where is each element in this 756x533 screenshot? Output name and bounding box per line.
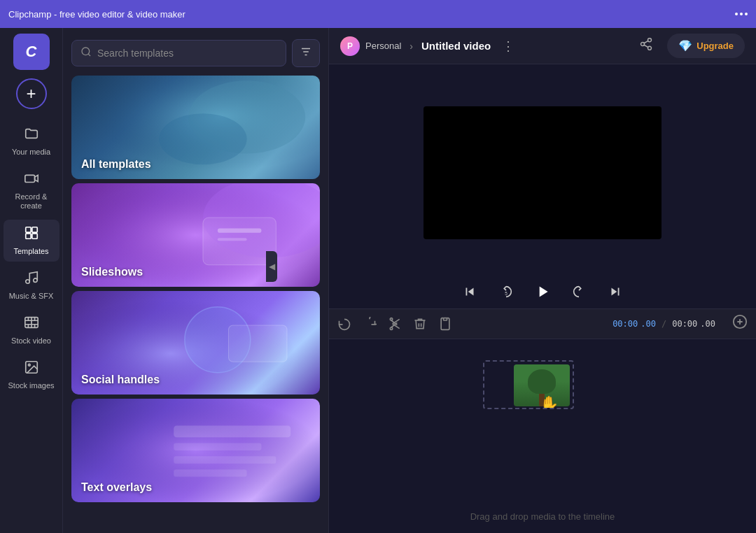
logo: C (13, 34, 50, 70)
tree-crown (528, 369, 556, 394)
template-list: All templates (63, 76, 328, 533)
search-input[interactable] (97, 48, 277, 59)
image-icon (24, 360, 39, 378)
svg-rect-0 (24, 176, 34, 183)
svg-rect-16 (203, 218, 276, 265)
svg-rect-18 (218, 238, 247, 241)
svg-rect-26 (174, 469, 246, 476)
template-card-all-templates[interactable]: All templates (71, 76, 320, 179)
template-card-label: All templates (81, 158, 151, 171)
delete-button[interactable] (413, 317, 427, 331)
svg-point-31 (390, 327, 392, 329)
svg-rect-4 (31, 233, 36, 238)
forward-button[interactable] (568, 280, 590, 303)
sidebar-item-label: Stock images (8, 381, 54, 390)
sidebar-item-label: Templates (13, 247, 48, 256)
upgrade-label: Upgrade (696, 41, 734, 51)
svg-rect-25 (174, 456, 276, 463)
timecode-display: 00:00 .00 / 00:00 .00 (612, 319, 715, 329)
playback-controls: 5 (329, 275, 756, 308)
clipboard-button[interactable] (438, 317, 452, 331)
search-icon (80, 46, 92, 60)
svg-rect-24 (174, 443, 261, 450)
sidebar-item-label: Stock video (11, 336, 51, 346)
search-box (71, 40, 286, 66)
total-ms: .00 (700, 319, 715, 329)
svg-rect-23 (174, 426, 290, 438)
drop-hint: Drag and drop media to the timeline (470, 511, 615, 522)
template-card-text-overlays[interactable]: Text overlays (71, 399, 320, 502)
cut-button[interactable] (388, 317, 402, 331)
current-ms: .00 (640, 319, 656, 329)
svg-point-10 (82, 48, 90, 55)
play-button[interactable] (531, 280, 554, 303)
rewind-button[interactable]: 5 (495, 280, 517, 303)
editor-header: P Personal › Untitled video ⋮ 💎 Upgrade (329, 28, 756, 64)
svg-point-27 (648, 38, 652, 42)
sidebar-item-your-media[interactable]: Your media (4, 120, 59, 162)
template-card-label: Slideshows (81, 266, 143, 278)
template-card-slideshows[interactable]: Slideshows (71, 183, 320, 287)
search-area (63, 28, 328, 76)
sidebar-item-record-create[interactable]: Record & create (4, 165, 59, 216)
timeline-area: ✋ Drag and drop media to the timeline (329, 339, 756, 533)
current-time: 00:00 (612, 319, 638, 329)
undo-button[interactable] (337, 317, 351, 331)
skip-back-button[interactable] (458, 280, 481, 303)
svg-point-32 (390, 318, 392, 320)
topbar: Clipchamp - free video editor & video ma… (0, 0, 756, 28)
app-title: Clipchamp - free video editor & video ma… (8, 9, 186, 20)
svg-point-9 (28, 364, 30, 367)
svg-rect-3 (25, 233, 30, 238)
template-card-social-handles[interactable]: Social handles (71, 291, 320, 395)
title-menu-button[interactable]: ⋮ (502, 38, 514, 54)
timeline-toolbar: 00:00 .00 / 00:00 .00 (329, 308, 756, 339)
sidebar-item-stock-images[interactable]: Stock images (4, 354, 59, 396)
main-layout: C + Your media Record & create Templates (0, 28, 756, 533)
skip-forward-button[interactable] (604, 280, 626, 303)
sidebar-item-label: Record & create (6, 192, 57, 211)
share-button[interactable] (639, 37, 653, 55)
svg-rect-21 (228, 325, 287, 362)
folder-icon (24, 126, 39, 145)
redo-button[interactable] (363, 317, 377, 331)
sidebar-item-templates[interactable]: Templates (4, 220, 59, 262)
editor-area: P Personal › Untitled video ⋮ 💎 Upgrade (329, 28, 756, 533)
avatar: P (340, 36, 360, 56)
add-track-button[interactable] (732, 314, 748, 334)
filter-button[interactable] (292, 39, 320, 67)
svg-point-5 (25, 280, 29, 284)
sidebar-item-label: Your media (12, 148, 50, 157)
sidebar-item-music-sfx[interactable]: Music & SFX (4, 264, 59, 306)
sidebar-item-label: Music & SFX (9, 292, 54, 301)
time-separator: / (662, 319, 666, 329)
music-icon (24, 270, 39, 289)
templates-panel: All templates (63, 28, 329, 533)
timeline-clip[interactable]: ✋ (483, 360, 574, 409)
video-title[interactable]: Untitled video (421, 40, 491, 52)
templates-icon (24, 225, 39, 244)
template-card-label: Social handles (81, 374, 160, 386)
collapse-icon: ◀ (269, 262, 275, 271)
sidebar: C + Your media Record & create Templates (0, 28, 63, 533)
drag-cursor-icon: ✋ (540, 395, 559, 409)
clip-container: ✋ (483, 360, 574, 409)
more-menu-button[interactable] (735, 13, 748, 15)
add-icon: + (26, 85, 36, 102)
template-card-label: Text overlays (81, 481, 152, 494)
svg-point-6 (33, 278, 37, 283)
sidebar-item-stock-video[interactable]: Stock video (4, 309, 59, 351)
upgrade-button[interactable]: 💎 Upgrade (667, 34, 745, 58)
filter-icon (300, 45, 312, 61)
svg-text:5: 5 (505, 291, 507, 296)
add-button[interactable]: + (16, 78, 47, 109)
logo-letter: C (26, 43, 37, 61)
personal-nav[interactable]: P Personal (340, 36, 401, 56)
diamond-icon: 💎 (678, 39, 692, 52)
video-player (424, 106, 662, 239)
film-icon (24, 315, 39, 334)
svg-point-13 (159, 113, 246, 164)
collapse-panel-button[interactable]: ◀ (266, 251, 277, 282)
personal-label: Personal (365, 41, 401, 51)
svg-rect-1 (25, 227, 30, 232)
